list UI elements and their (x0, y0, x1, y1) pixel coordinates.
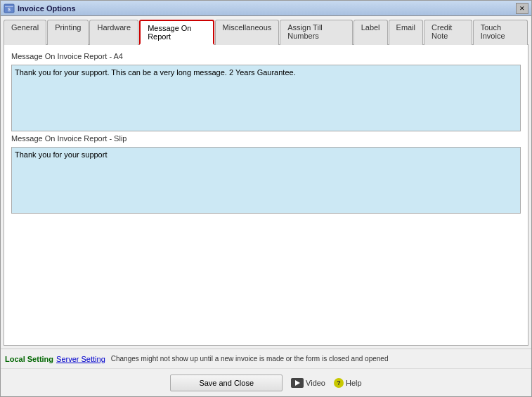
video-label: Video (306, 379, 325, 387)
a4-textarea[interactable] (11, 65, 521, 131)
tab-general[interactable]: General (4, 20, 46, 45)
main-window: $ Invoice Options ✕ General Printing Har… (0, 0, 532, 397)
tab-touch-invoice[interactable]: Touch Invoice (473, 20, 528, 45)
close-button[interactable]: ✕ (516, 3, 528, 14)
title-bar-left: $ Invoice Options (4, 3, 76, 14)
tab-label[interactable]: Label (353, 20, 388, 45)
tab-hardware[interactable]: Hardware (89, 20, 138, 45)
slip-label: Message On Invoice Report - Slip (11, 134, 521, 143)
tab-miscellaneous[interactable]: Miscellaneous (215, 20, 280, 45)
status-bar: Local Setting Server Setting Changes mig… (1, 349, 531, 368)
main-content: General Printing Hardware Message On Rep… (1, 16, 531, 349)
play-triangle (295, 380, 300, 386)
svg-text:$: $ (8, 7, 11, 12)
tab-panel: Message On Invoice Report - A4 Message O… (4, 44, 528, 346)
footer: Save and Close Video ? Help (1, 368, 531, 396)
window-title: Invoice Options (18, 4, 76, 13)
title-bar: $ Invoice Options ✕ (1, 1, 531, 16)
local-setting-link[interactable]: Local Setting (5, 355, 53, 363)
tab-message-on-report[interactable]: Message On Report (139, 20, 214, 45)
a4-label: Message On Invoice Report - A4 (11, 52, 521, 60)
help-label: Help (346, 379, 362, 387)
tab-email[interactable]: Email (389, 20, 424, 45)
a4-textarea-wrapper (11, 65, 521, 131)
tab-bar: General Printing Hardware Message On Rep… (4, 19, 528, 44)
window-icon: $ (4, 3, 15, 14)
help-button[interactable]: ? Help (334, 378, 362, 388)
slip-textarea[interactable] (11, 147, 521, 214)
status-message: Changes might not show up until a new in… (111, 355, 389, 363)
slip-textarea-wrapper (11, 147, 521, 214)
tab-printing[interactable]: Printing (47, 20, 89, 45)
spacer (11, 216, 521, 338)
play-icon (291, 378, 304, 388)
tab-assign-till-numbers[interactable]: Assign Till Numbers (280, 20, 352, 45)
panel-content: Message On Invoice Report - A4 Message O… (11, 52, 521, 338)
help-icon: ? (334, 378, 344, 388)
video-button[interactable]: Video (291, 378, 325, 388)
server-setting-link[interactable]: Server Setting (56, 355, 105, 363)
tab-credit-note[interactable]: Credit Note (424, 20, 472, 45)
save-close-button[interactable]: Save and Close (170, 375, 283, 391)
